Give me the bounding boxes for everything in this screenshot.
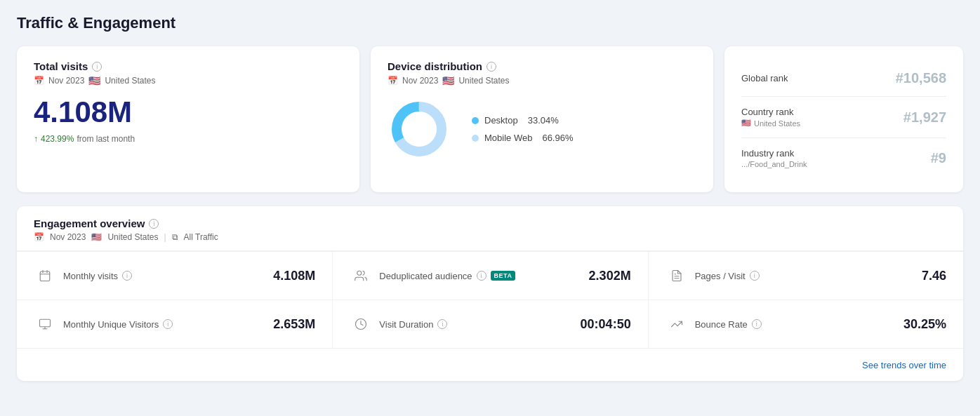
beta-badge: BETA — [491, 271, 516, 281]
visit-duration-info: Visit Duration i 00:04:50 — [379, 317, 630, 332]
calendar-icon: 📅 — [34, 76, 44, 86]
pages-per-visit-cell: Pages / Visit i 7.46 — [648, 251, 963, 300]
device-date: Nov 2023 — [402, 76, 438, 86]
bounce-rate-info-icon[interactable]: i — [752, 319, 762, 329]
engagement-info-icon[interactable]: i — [149, 219, 159, 229]
mobile-value: 66.96% — [542, 133, 573, 143]
growth-indicator: ↑ 423.99% from last month — [34, 134, 343, 144]
monthly-visits-icon — [34, 264, 56, 287]
global-rank-label: Global rank — [741, 73, 788, 83]
device-info-icon[interactable]: i — [486, 62, 496, 72]
engagement-flag: 🇺🇸 — [91, 232, 102, 242]
monthly-visits-info-icon[interactable]: i — [122, 271, 132, 281]
monthly-unique-visitors-label: Monthly Unique Visitors — [63, 319, 159, 330]
industry-rank-sublabel: .../Food_and_Drink — [741, 160, 807, 168]
desktop-label: Desktop — [484, 115, 518, 126]
monthly-visits-value: 4.108M — [273, 269, 315, 283]
traffic-filter-icon: ⧉ — [172, 232, 178, 242]
device-legend: Desktop 33.04% Mobile Web 66.96% — [472, 115, 574, 143]
monthly-unique-visitors-icon — [34, 313, 56, 335]
total-visits-info-icon[interactable]: i — [92, 62, 102, 72]
bounce-rate-icon — [666, 313, 688, 335]
engagement-section: Engagement overview i 📅 Nov 2023 🇺🇸 Unit… — [17, 206, 963, 381]
deduplicated-audience-cell: Deduplicated audience i BETA 2.302M — [332, 251, 647, 300]
device-flag: 🇺🇸 — [442, 75, 454, 86]
engagement-header: Engagement overview i 📅 Nov 2023 🇺🇸 Unit… — [17, 206, 963, 251]
monthly-unique-visitors-value: 2.653M — [273, 317, 315, 332]
desktop-legend-item: Desktop 33.04% — [472, 115, 574, 126]
visit-duration-value: 00:04:50 — [581, 317, 631, 332]
device-header: Device distribution i — [388, 60, 696, 72]
bounce-rate-label: Bounce Rate — [695, 319, 748, 330]
device-calendar-icon: 📅 — [388, 76, 398, 86]
device-title: Device distribution — [388, 60, 482, 72]
monthly-unique-visitors-cell: Monthly Unique Visitors i 2.653M — [17, 300, 332, 348]
mobile-label: Mobile Web — [484, 133, 532, 143]
monthly-unique-visitors-label-group: Monthly Unique Visitors i — [63, 319, 173, 330]
page-title: Traffic & Engagement — [17, 14, 963, 32]
country-rank-value: #1,927 — [903, 109, 946, 126]
visit-duration-label-group: Visit Duration i — [379, 319, 447, 330]
global-rank-label-group: Global rank — [741, 73, 788, 83]
deduplicated-audience-info-icon[interactable]: i — [477, 271, 486, 281]
engagement-calendar-icon: 📅 — [34, 232, 44, 242]
engagement-date: Nov 2023 — [50, 232, 86, 242]
device-distribution-card: Device distribution i 📅 Nov 2023 🇺🇸 Unit… — [371, 46, 713, 192]
pages-per-visit-icon — [666, 264, 688, 287]
monthly-visits-label: Monthly visits — [63, 271, 118, 281]
monthly-visits-cell: Monthly visits i 4.108M — [17, 251, 332, 300]
total-visits-country: United States — [105, 76, 155, 86]
mobile-dot — [472, 135, 479, 142]
country-rank-row: Country rank 🇺🇸 United States #1,927 — [741, 97, 946, 138]
deduplicated-audience-label: Deduplicated audience — [379, 271, 472, 281]
industry-rank-value: #9 — [931, 150, 946, 166]
engagement-meta: 📅 Nov 2023 🇺🇸 United States | ⧉ All Traf… — [34, 232, 946, 242]
total-visits-card: Total visits i 📅 Nov 2023 🇺🇸 United Stat… — [17, 46, 359, 192]
total-visits-value: 4.108M — [34, 98, 343, 127]
ranks-card: Global rank #10,568 Country rank 🇺🇸 Unit… — [724, 46, 963, 192]
growth-percent: 423.99% — [41, 134, 74, 144]
industry-rank-label: Industry rank — [741, 148, 807, 159]
deduplicated-audience-value: 2.302M — [589, 269, 631, 283]
engagement-footer: See trends over time — [17, 348, 963, 381]
bounce-rate-info: Bounce Rate i 30.25% — [695, 317, 946, 332]
growth-arrow: ↑ — [34, 134, 38, 144]
monthly-unique-visitors-info-icon[interactable]: i — [163, 319, 173, 329]
global-rank-row: Global rank #10,568 — [741, 60, 946, 97]
pages-per-visit-info-icon[interactable]: i — [750, 271, 760, 281]
country-rank-sublabel: 🇺🇸 United States — [741, 119, 800, 128]
bounce-rate-value: 30.25% — [903, 317, 946, 332]
country-rank-flag: 🇺🇸 — [741, 119, 751, 128]
device-country: United States — [458, 76, 509, 86]
monthly-unique-visitors-info: Monthly Unique Visitors i 2.653M — [63, 317, 315, 332]
metrics-grid: Monthly visits i 4.108M Deduplicated aud… — [17, 251, 963, 348]
see-trends-link[interactable]: See trends over time — [862, 360, 946, 370]
desktop-dot — [472, 117, 479, 124]
donut-chart — [388, 98, 451, 161]
total-visits-date: Nov 2023 — [48, 76, 84, 86]
total-visits-header: Total visits i — [34, 60, 343, 72]
total-visits-meta: 📅 Nov 2023 🇺🇸 United States — [34, 75, 343, 86]
visit-duration-cell: Visit Duration i 00:04:50 — [332, 300, 647, 348]
desktop-value: 33.04% — [528, 115, 559, 126]
industry-rank-row: Industry rank .../Food_and_Drink #9 — [741, 138, 946, 178]
industry-rank-label-group: Industry rank .../Food_and_Drink — [741, 148, 807, 168]
engagement-title: Engagement overview — [34, 217, 145, 229]
pages-per-visit-label: Pages / Visit — [695, 271, 746, 281]
svg-rect-9 — [40, 319, 51, 327]
deduplicated-audience-info: Deduplicated audience i BETA 2.302M — [379, 269, 630, 283]
pages-per-visit-info: Pages / Visit i 7.46 — [695, 269, 946, 283]
total-visits-flag: 🇺🇸 — [88, 75, 100, 86]
visit-duration-info-icon[interactable]: i — [437, 319, 447, 329]
monthly-visits-info: Monthly visits i 4.108M — [63, 269, 315, 283]
device-content: Desktop 33.04% Mobile Web 66.96% — [388, 98, 696, 161]
deduplicated-audience-label-group: Deduplicated audience i BETA — [379, 271, 515, 281]
traffic-filter-label: All Traffic — [184, 232, 218, 242]
visit-duration-label: Visit Duration — [379, 319, 433, 330]
pages-per-visit-label-group: Pages / Visit i — [695, 271, 760, 281]
svg-point-6 — [357, 271, 362, 275]
bounce-rate-cell: Bounce Rate i 30.25% — [648, 300, 963, 348]
country-rank-label: Country rank — [741, 107, 800, 117]
pages-per-visit-value: 7.46 — [922, 269, 946, 283]
total-visits-title: Total visits — [34, 60, 88, 72]
